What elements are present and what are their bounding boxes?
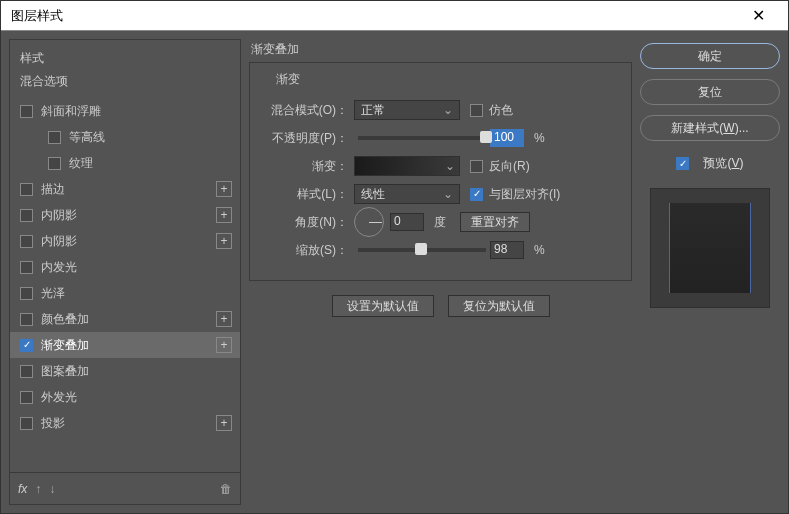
style-value: 线性: [361, 186, 385, 203]
style-item[interactable]: 斜面和浮雕: [10, 98, 240, 124]
opacity-label: 不透明度(P)：: [262, 130, 354, 147]
style-item[interactable]: 颜色叠加+: [10, 306, 240, 332]
blend-mode-label: 混合模式(O)：: [262, 102, 354, 119]
checkbox-icon[interactable]: [48, 157, 61, 170]
style-item[interactable]: 渐变叠加+: [10, 332, 240, 358]
ok-button[interactable]: 确定: [640, 43, 780, 69]
preview-inner: [669, 203, 751, 293]
checkbox-icon[interactable]: [20, 105, 33, 118]
checkbox-checked-icon: [676, 157, 689, 170]
checkbox-icon[interactable]: [20, 313, 33, 326]
styles-footer: fx ↑ ↓ 🗑: [10, 472, 240, 504]
preview-label: 预览(V): [703, 155, 743, 172]
style-item-label: 图案叠加: [41, 363, 232, 380]
action-panel: 确定 复位 新建样式(W)... 预览(V): [640, 39, 780, 505]
plus-icon[interactable]: +: [216, 337, 232, 353]
style-item[interactable]: 外发光: [10, 384, 240, 410]
align-label: 与图层对齐(I): [489, 186, 560, 203]
opacity-input[interactable]: 100: [490, 129, 524, 147]
cancel-button[interactable]: 复位: [640, 79, 780, 105]
plus-icon[interactable]: +: [216, 207, 232, 223]
style-item[interactable]: 内阴影+: [10, 202, 240, 228]
scale-label: 缩放(S)：: [262, 242, 354, 259]
checkbox-icon[interactable]: [20, 287, 33, 300]
gradient-picker[interactable]: ⌄: [354, 156, 460, 176]
scale-input[interactable]: 98: [490, 241, 524, 259]
titlebar: 图层样式 ✕: [1, 1, 788, 31]
style-item-label: 内发光: [41, 259, 232, 276]
checkbox-checked-icon: [470, 188, 483, 201]
angle-dial[interactable]: [354, 207, 384, 237]
checkbox-icon[interactable]: [20, 183, 33, 196]
angle-unit: 度: [434, 214, 446, 231]
style-dropdown[interactable]: 线性 ⌄: [354, 184, 460, 204]
styles-panel: 样式 混合选项 斜面和浮雕等高线纹理描边+内阴影+内阴影+内发光光泽颜色叠加+渐…: [9, 39, 241, 505]
style-item-label: 纹理: [69, 155, 232, 172]
gradient-label: 渐变：: [262, 158, 354, 175]
style-item[interactable]: 描边+: [10, 176, 240, 202]
style-item-label: 颜色叠加: [41, 311, 212, 328]
plus-icon[interactable]: +: [216, 181, 232, 197]
arrow-up-icon[interactable]: ↑: [35, 482, 41, 496]
plus-icon[interactable]: +: [216, 233, 232, 249]
angle-input[interactable]: 0: [390, 213, 424, 231]
checkbox-icon[interactable]: [48, 131, 61, 144]
checkbox-icon[interactable]: [20, 235, 33, 248]
arrow-down-icon[interactable]: ↓: [49, 482, 55, 496]
preview-checkbox[interactable]: 预览(V): [640, 155, 780, 172]
preview-swatch: [650, 188, 770, 308]
checkbox-icon[interactable]: [20, 417, 33, 430]
style-item-label: 内阴影: [41, 233, 212, 250]
reset-default-button[interactable]: 复位为默认值: [448, 295, 550, 317]
style-item-label: 渐变叠加: [41, 337, 212, 354]
angle-label: 角度(N)：: [262, 214, 354, 231]
style-item[interactable]: 光泽: [10, 280, 240, 306]
blend-mode-value: 正常: [361, 102, 385, 119]
style-item-label: 光泽: [41, 285, 232, 302]
style-item[interactable]: 图案叠加: [10, 358, 240, 384]
opacity-slider[interactable]: [358, 136, 486, 140]
styles-header: 样式: [10, 40, 240, 73]
slider-thumb[interactable]: [415, 243, 427, 255]
set-default-button[interactable]: 设置为默认值: [332, 295, 434, 317]
reverse-checkbox[interactable]: 反向(R): [470, 158, 530, 175]
style-item[interactable]: 纹理: [10, 150, 240, 176]
group-title: 渐变: [276, 71, 619, 88]
scale-unit: %: [534, 243, 545, 257]
style-item-label: 斜面和浮雕: [41, 103, 232, 120]
checkbox-icon[interactable]: [20, 209, 33, 222]
style-item-label: 描边: [41, 181, 212, 198]
opacity-unit: %: [534, 131, 545, 145]
checkbox-checked-icon[interactable]: [20, 339, 33, 352]
window-title: 图层样式: [11, 7, 738, 25]
close-icon[interactable]: ✕: [738, 1, 778, 30]
style-item-label: 等高线: [69, 129, 232, 146]
align-checkbox[interactable]: 与图层对齐(I): [470, 186, 560, 203]
scale-slider[interactable]: [358, 248, 486, 252]
reverse-label: 反向(R): [489, 158, 530, 175]
style-item-label: 投影: [41, 415, 212, 432]
fx-icon[interactable]: fx: [18, 482, 27, 496]
style-item[interactable]: 等高线: [10, 124, 240, 150]
checkbox-icon: [470, 160, 483, 173]
style-item[interactable]: 投影+: [10, 410, 240, 436]
trash-icon[interactable]: 🗑: [220, 482, 232, 496]
reset-align-button[interactable]: 重置对齐: [460, 212, 530, 232]
style-list: 斜面和浮雕等高线纹理描边+内阴影+内阴影+内发光光泽颜色叠加+渐变叠加+图案叠加…: [10, 98, 240, 472]
plus-icon[interactable]: +: [216, 415, 232, 431]
chevron-down-icon: ⌄: [443, 187, 453, 201]
checkbox-icon[interactable]: [20, 261, 33, 274]
style-item[interactable]: 内发光: [10, 254, 240, 280]
checkbox-icon[interactable]: [20, 365, 33, 378]
blend-mode-dropdown[interactable]: 正常 ⌄: [354, 100, 460, 120]
plus-icon[interactable]: +: [216, 311, 232, 327]
checkbox-icon[interactable]: [20, 391, 33, 404]
new-style-button[interactable]: 新建样式(W)...: [640, 115, 780, 141]
options-panel: 渐变叠加 渐变 混合模式(O)： 正常 ⌄ 仿色 不透明度(P)：: [249, 39, 632, 505]
dither-checkbox[interactable]: 仿色: [470, 102, 513, 119]
style-item[interactable]: 内阴影+: [10, 228, 240, 254]
slider-thumb[interactable]: [480, 131, 492, 143]
style-item-label: 内阴影: [41, 207, 212, 224]
blend-options-header[interactable]: 混合选项: [10, 73, 240, 98]
new-style-label: 新建样式(W)...: [671, 120, 748, 137]
